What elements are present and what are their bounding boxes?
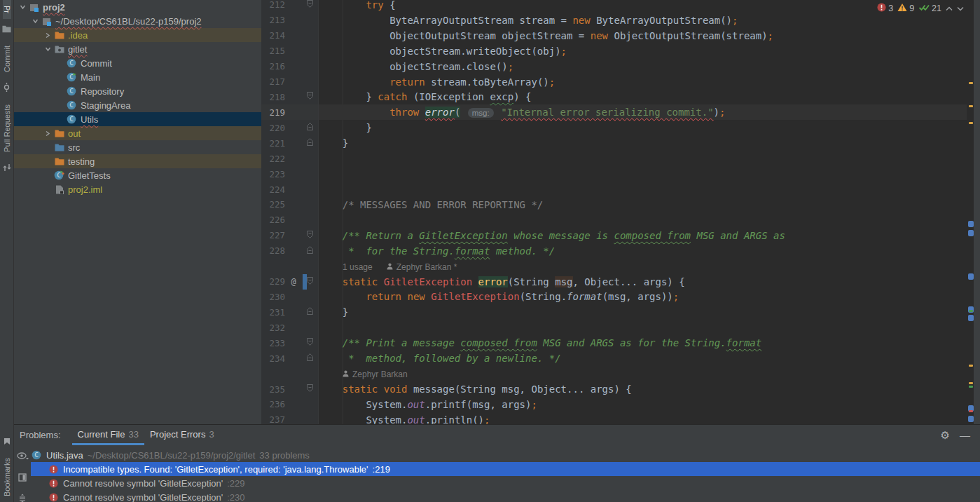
fold-up-icon[interactable] xyxy=(302,120,319,135)
line-number: 236 xyxy=(261,397,285,412)
vcs-change-marker[interactable] xyxy=(303,274,307,290)
fold-down-icon[interactable] xyxy=(302,381,319,397)
chevron-down-icon[interactable] xyxy=(17,4,28,10)
line-number: 213 xyxy=(261,13,285,28)
chevron-down-icon[interactable] xyxy=(29,18,41,24)
expand-all-icon[interactable] xyxy=(18,493,27,502)
problem-row[interactable]: Incompatible types. Found: 'GitletExcept… xyxy=(31,462,980,476)
tab-project-errors[interactable]: Project Errors 3 xyxy=(144,425,220,445)
inlay-hint[interactable]: 1 usageZephyr Barkan * xyxy=(319,261,457,272)
fold-gutter xyxy=(302,412,319,424)
line-number: 212 xyxy=(261,0,285,13)
tree-item-proj2-iml[interactable]: proj2.iml xyxy=(14,182,261,196)
tree-item-testing[interactable]: testing xyxy=(14,154,261,168)
author-inlay[interactable]: Zephyr Barkan xyxy=(352,369,408,379)
gutter-spacer xyxy=(285,59,302,74)
chevron-right-icon[interactable] xyxy=(42,32,53,39)
tree-item-gitlettests[interactable]: CGitletTests xyxy=(14,168,261,182)
tree-item-desktop-cs61bl-su22-p159-proj2[interactable]: ~/Desktop/CS61BL/su22-p159/proj2 xyxy=(14,14,261,28)
stripe-mark[interactable] xyxy=(968,230,974,236)
fold-down-icon[interactable] xyxy=(302,274,319,290)
problems-list: CUtils.java~/Desktop/CS61BL/su22-p159/pr… xyxy=(31,445,980,502)
gutter-spacer xyxy=(285,412,302,424)
tree-item-src[interactable]: src xyxy=(14,140,261,154)
svg-text:C: C xyxy=(69,101,74,109)
minimize-icon[interactable]: — xyxy=(960,429,970,441)
stripe-mark[interactable] xyxy=(969,386,973,388)
stripe-mark[interactable] xyxy=(969,410,973,412)
code-line: try { xyxy=(319,0,396,11)
tree-item-main[interactable]: CMain xyxy=(14,70,261,84)
class-test-icon: C xyxy=(53,170,65,180)
problem-row[interactable]: Cannot resolve symbol 'GitletException':… xyxy=(31,476,980,490)
fold-up-icon[interactable] xyxy=(302,351,319,366)
error-icon xyxy=(48,465,59,474)
line-number: 215 xyxy=(261,43,285,59)
stripe-mark[interactable] xyxy=(968,416,974,422)
tree-item-proj2[interactable]: proj2 xyxy=(14,0,261,14)
problem-file-row[interactable]: CUtils.java~/Desktop/CS61BL/su22-p159/pr… xyxy=(31,448,980,462)
code-vision-inlay[interactable]: 1 usageZephyr Barkan * xyxy=(319,262,457,272)
tree-item-utils[interactable]: CUtils xyxy=(14,112,261,126)
annotation-gutter-icon[interactable]: @ xyxy=(285,274,302,290)
eye-icon[interactable] xyxy=(17,451,29,463)
editor-scrollbar[interactable] xyxy=(967,0,974,424)
fold-gutter xyxy=(302,259,319,274)
code-vision-inlay[interactable]: Zephyr Barkan xyxy=(319,369,408,379)
code-editor[interactable]: 212 try {213 ByteArrayOutputStream strea… xyxy=(261,0,974,424)
chevron-down-icon[interactable] xyxy=(42,46,53,52)
class-icon: C xyxy=(66,114,78,124)
folder-blue-icon xyxy=(53,144,65,151)
tree-item-commit[interactable]: CCommit xyxy=(14,56,261,70)
fold-up-icon[interactable] xyxy=(302,304,319,320)
project-folder-icon[interactable] xyxy=(2,23,11,36)
tree-item-gitlet[interactable]: gitlet xyxy=(14,42,261,56)
stripe-mark[interactable] xyxy=(969,382,973,384)
chevron-right-icon[interactable] xyxy=(42,130,53,137)
tab-project-errors-label: Project Errors xyxy=(150,429,205,440)
usages-inlay[interactable]: 1 usage xyxy=(343,262,373,272)
fold-down-icon[interactable] xyxy=(302,335,319,351)
tree-item-idea[interactable]: .idea xyxy=(14,28,261,42)
gear-icon[interactable]: ⚙ xyxy=(941,429,950,442)
toolwindow-pull-requests[interactable]: Pull Requests xyxy=(3,99,11,158)
stripe-mark[interactable] xyxy=(968,315,974,321)
tree-item-stagingarea[interactable]: CStagingArea xyxy=(14,98,261,112)
fold-down-icon[interactable] xyxy=(302,0,319,13)
author-inlay[interactable]: Zephyr Barkan * xyxy=(396,262,457,272)
gutter-spacer xyxy=(285,290,302,305)
module-icon xyxy=(28,3,40,12)
tree-item-label: out xyxy=(68,128,81,139)
stripe-mark[interactable] xyxy=(968,221,974,227)
preview-panel-icon[interactable] xyxy=(18,472,27,484)
inspection-widget[interactable]: 3 9 21 xyxy=(877,3,964,14)
tab-current-file[interactable]: Current File 33 xyxy=(72,425,144,445)
fold-down-icon[interactable] xyxy=(302,228,319,243)
fold-down-icon[interactable] xyxy=(302,90,319,105)
stripe-mark[interactable] xyxy=(969,365,973,367)
chevron-up-icon[interactable] xyxy=(946,4,953,13)
fold-up-icon[interactable] xyxy=(302,135,319,151)
problem-line-number: :230 xyxy=(227,492,244,502)
stripe-mark[interactable] xyxy=(969,122,973,124)
line-number: 231 xyxy=(261,304,285,320)
gutter-spacer xyxy=(285,351,302,366)
inlay-hint[interactable]: Zephyr Barkan xyxy=(319,368,408,379)
stripe-mark[interactable] xyxy=(968,273,974,280)
toolwindow-project[interactable]: Pr xyxy=(3,0,11,19)
problem-row[interactable]: Cannot resolve symbol 'GitletException':… xyxy=(31,490,980,502)
chevron-down-icon[interactable] xyxy=(957,4,964,13)
stripe-mark[interactable] xyxy=(969,310,973,312)
fold-gutter xyxy=(302,290,319,305)
gutter-spacer xyxy=(285,381,302,397)
fold-up-icon[interactable] xyxy=(302,243,319,259)
tree-item-out[interactable]: out xyxy=(14,126,261,140)
toolwindow-bookmarks[interactable]: Bookmarks xyxy=(3,452,11,502)
class-run-icon: C xyxy=(66,72,78,82)
stripe-mark[interactable] xyxy=(969,82,973,84)
stripe-mark[interactable] xyxy=(969,105,973,107)
toolwindow-commit[interactable]: Commit xyxy=(3,40,11,78)
code-line: } xyxy=(319,122,372,133)
svg-text:C: C xyxy=(69,87,74,95)
tree-item-repository[interactable]: CRepository xyxy=(14,84,261,98)
